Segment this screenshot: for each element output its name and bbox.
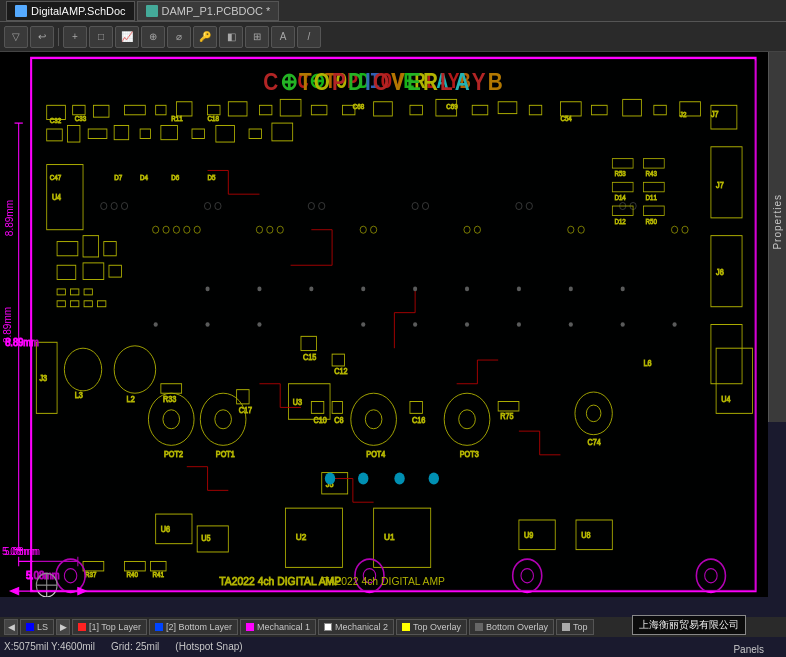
toolbar-btn-key[interactable]: 🔑	[193, 26, 217, 48]
layer-color-top	[78, 623, 86, 631]
properties-label: Properties	[772, 194, 783, 250]
layer-label-ls: LS	[37, 622, 48, 632]
tab-schematic-label: DigitalAMP.SchDoc	[31, 5, 126, 17]
layer-color-top-overlay	[402, 623, 410, 631]
tab-pcb-label: DAMP_P1.PCBDOC *	[162, 5, 271, 17]
toolbar-btn-layer[interactable]: ◧	[219, 26, 243, 48]
layer-color-bottom	[155, 623, 163, 631]
layer-tab-top-overlay[interactable]: Top Overlay	[396, 619, 467, 635]
layer-label-mech2: Mechanical 2	[335, 622, 388, 632]
dim-height: 8.89mm	[2, 306, 13, 342]
title-bar: DigitalAMP.SchDoc DAMP_P1.PCBDOC *	[0, 0, 786, 22]
panels-button[interactable]: Panels	[733, 644, 764, 655]
layer-scroll-left[interactable]: ◀	[4, 619, 18, 635]
layer-color-ls	[26, 623, 34, 631]
toolbar-btn-line[interactable]: /	[297, 26, 321, 48]
grid-info: Grid: 25mil	[111, 641, 159, 652]
layer-tab-top[interactable]: [1] Top Layer	[72, 619, 147, 635]
layer-tab-bottom-overlay[interactable]: Bottom Overlay	[469, 619, 554, 635]
tab-pcb[interactable]: DAMP_P1.PCBDOC *	[137, 1, 280, 21]
toolbar-btn-route[interactable]: ⌀	[167, 26, 191, 48]
layer-color-bottom-overlay	[475, 623, 483, 631]
layer-label-top2: Top	[573, 622, 588, 632]
toolbar-btn-chart[interactable]: 📈	[115, 26, 139, 48]
layer-label-mech1: Mechanical 1	[257, 622, 310, 632]
layer-tab-bottom[interactable]: [2] Bottom Layer	[149, 619, 238, 635]
snap-info: (Hotspot Snap)	[175, 641, 242, 652]
toolbar-sep-1	[58, 28, 59, 46]
layer-tab-top2[interactable]: Top	[556, 619, 594, 635]
status-bar: X:5075mil Y:4600mil Grid: 25mil (Hotspot…	[4, 637, 782, 655]
pcb-canvas[interactable]: 8.89mm 5.08mm C⊕TOPDIOVERLAYB C⊕TOPDIOVE…	[0, 52, 768, 597]
layer-color-top2	[562, 623, 570, 631]
toolbar-btn-rect[interactable]: □	[89, 26, 113, 48]
toolbar-btn-text[interactable]: A	[271, 26, 295, 48]
toolbar-btn-filter[interactable]: ▽	[4, 26, 28, 48]
layer-scroll-right-1[interactable]: ▶	[56, 619, 70, 635]
svg-rect-218	[33, 60, 755, 591]
pcb-icon	[146, 5, 158, 17]
toolbar-btn-add[interactable]: +	[63, 26, 87, 48]
layer-color-mech1	[246, 623, 254, 631]
schematic-icon	[15, 5, 27, 17]
toolbar-btn-undo[interactable]: ↩	[30, 26, 54, 48]
properties-panel[interactable]: Properties	[768, 22, 786, 422]
toolbar-btn-grid[interactable]: ⊞	[245, 26, 269, 48]
layer-tab-ls[interactable]: LS	[20, 619, 54, 635]
dim-height-label: 8.89mm	[4, 200, 15, 236]
svg-marker-220	[10, 588, 18, 595]
pcb-svg: C⊕TOPDIOVERLAYB C⊕TOPDIOVERLAYB	[0, 52, 768, 597]
tab-schematic[interactable]: DigitalAMP.SchDoc	[6, 1, 135, 21]
layer-label-top: [1] Top Layer	[89, 622, 141, 632]
layer-label-top-overlay: Top Overlay	[413, 622, 461, 632]
dim-width-label: 5.08mm	[4, 546, 40, 557]
layer-color-mech2	[324, 623, 332, 631]
toolbar: ▽ ↩ + □ 📈 ⊕ ⌀ 🔑 ◧ ⊞ A /	[0, 22, 786, 52]
layer-tab-mech1[interactable]: Mechanical 1	[240, 619, 316, 635]
layer-label-bottom-overlay: Bottom Overlay	[486, 622, 548, 632]
layer-tab-mech2[interactable]: Mechanical 2	[318, 619, 394, 635]
coordinates: X:5075mil Y:4600mil	[4, 641, 95, 652]
layer-label-bottom: [2] Bottom Layer	[166, 622, 232, 632]
toolbar-btn-cross[interactable]: ⊕	[141, 26, 165, 48]
watermark: 上海衡丽贸易有限公司	[632, 615, 746, 635]
